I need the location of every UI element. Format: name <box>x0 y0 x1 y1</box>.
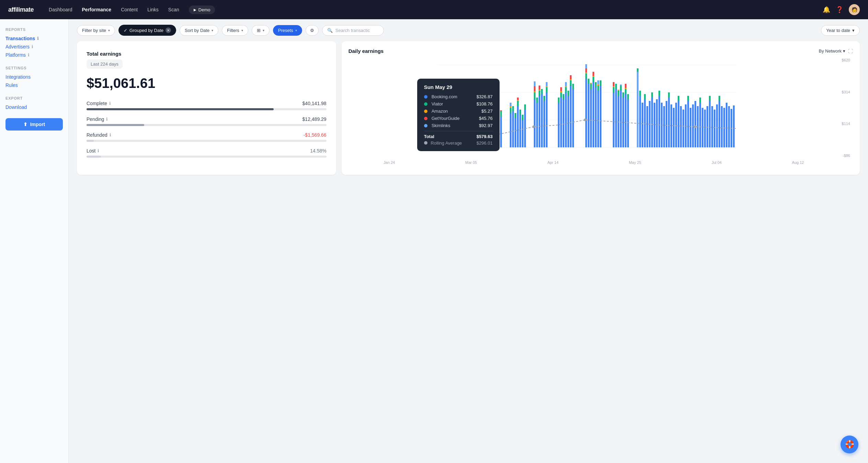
help-icon[interactable]: ❓ <box>836 6 843 13</box>
svg-rect-92 <box>543 96 545 101</box>
svg-rect-196 <box>704 110 706 147</box>
svg-rect-200 <box>711 106 713 147</box>
sidebar-item-advertisers[interactable]: Advertisers ℹ <box>5 43 63 51</box>
cards-row: Total earnings Last 224 days $51,061.61 … <box>77 41 860 175</box>
svg-rect-197 <box>706 106 708 147</box>
chart-card: Daily earnings By Network ▾ ⛶ Sun May 29 <box>342 41 860 175</box>
sort-by-date-button[interactable]: Sort by Date ▾ <box>180 25 218 36</box>
import-button[interactable]: ⬆ Import <box>5 118 63 131</box>
svg-rect-176 <box>665 101 667 147</box>
svg-rect-181 <box>675 103 677 147</box>
svg-rect-62 <box>510 106 511 108</box>
refunded-value: -$1,569.66 <box>304 132 327 138</box>
columns-icon: ⊞ <box>257 28 261 33</box>
svg-rect-190 <box>692 104 694 147</box>
svg-rect-180 <box>673 108 674 147</box>
nav-scan[interactable]: Scan <box>168 7 179 12</box>
svg-rect-132 <box>595 82 596 87</box>
svg-rect-108 <box>565 82 567 86</box>
presets-button[interactable]: Presets ▾ <box>273 25 302 36</box>
filters-button[interactable]: Filters ▾ <box>222 25 248 36</box>
nav-right-actions: 🔔 ❓ 🧑 <box>823 4 860 15</box>
columns-button[interactable]: ⊞ ▾ <box>252 25 270 36</box>
grouped-by-date-button[interactable]: ✓ Grouped by Date ✕ <box>118 25 176 36</box>
pending-metric: Pending ℹ $12,489.29 <box>87 116 327 126</box>
import-icon: ⬆ <box>23 122 27 127</box>
tooltip-booking: Booking.com $326.87 <box>424 94 493 99</box>
refunded-metric: Refunded ℹ -$1,569.66 <box>87 132 327 142</box>
pending-info-icon[interactable]: ℹ <box>106 117 108 122</box>
reports-section-label: REPORTS <box>5 27 63 32</box>
adjust-icon-button[interactable]: ⚙ <box>306 25 319 36</box>
nav-dashboard[interactable]: Dashboard <box>49 7 72 12</box>
lost-value: 14.58% <box>310 148 326 154</box>
svg-rect-91 <box>543 101 545 147</box>
by-network-button[interactable]: By Network ▾ <box>819 48 845 54</box>
svg-rect-71 <box>517 98 518 100</box>
top-navigation: affilimate Dashboard Performance Content… <box>0 0 868 19</box>
sidebar-item-rules[interactable]: Rules <box>5 81 63 89</box>
svg-rect-201 <box>713 110 715 147</box>
svg-rect-74 <box>522 120 523 147</box>
tooltip-skimlinks: Skimlinks $92.97 <box>424 123 493 128</box>
sort-chevron-icon: ▾ <box>212 29 213 32</box>
svg-rect-203 <box>718 101 720 147</box>
filter-site-chevron-icon: ▾ <box>108 29 110 32</box>
svg-rect-87 <box>538 90 540 91</box>
fullscreen-icon[interactable]: ⛶ <box>848 48 853 54</box>
svg-rect-61 <box>510 108 511 113</box>
nav-links[interactable]: Links <box>147 7 159 12</box>
refunded-info-icon[interactable]: ℹ <box>110 133 111 137</box>
svg-rect-189 <box>689 108 691 147</box>
svg-rect-172 <box>658 96 660 147</box>
nav-performance[interactable]: Performance <box>82 7 112 12</box>
transactions-info-icon[interactable]: ℹ <box>37 36 39 41</box>
svg-point-211 <box>532 125 535 128</box>
date-range-button[interactable]: Year to date ▾ <box>821 25 860 36</box>
pending-value: $12,489.29 <box>302 116 327 122</box>
demo-button[interactable]: Demo <box>189 5 215 14</box>
support-button[interactable]: 🛟 <box>841 436 858 453</box>
sidebar-item-integrations[interactable]: Integrations <box>5 73 63 81</box>
svg-rect-112 <box>570 80 571 86</box>
svg-rect-81 <box>534 86 535 91</box>
advertisers-info-icon[interactable]: ℹ <box>32 44 33 49</box>
chart-area: Sun May 29 Booking.com $326.87 Viator $1… <box>349 58 853 168</box>
grouped-by-date-close-icon[interactable]: ✕ <box>165 27 171 33</box>
svg-rect-163 <box>641 103 643 147</box>
sidebar-item-transactions[interactable]: Transactions ℹ <box>5 34 63 43</box>
bell-icon[interactable]: 🔔 <box>823 6 830 13</box>
tooltip-viator: Viator $108.76 <box>424 101 493 106</box>
tooltip-amazon: Amazon $5.27 <box>424 109 493 114</box>
sidebar-item-platforms[interactable]: Platforms ℹ <box>5 51 63 59</box>
svg-rect-101 <box>560 91 562 92</box>
svg-rect-116 <box>572 84 574 89</box>
svg-rect-144 <box>615 84 617 89</box>
svg-rect-124 <box>590 89 592 147</box>
chart-controls: By Network ▾ ⛶ <box>819 48 853 54</box>
svg-rect-162 <box>639 91 641 96</box>
svg-rect-82 <box>534 81 535 86</box>
lost-info-icon[interactable]: ℹ <box>98 148 99 153</box>
svg-rect-123 <box>587 79 589 84</box>
avatar[interactable]: 🧑 <box>849 4 860 15</box>
svg-rect-202 <box>716 104 718 147</box>
svg-rect-68 <box>517 106 518 147</box>
presets-chevron-icon: ▾ <box>295 29 297 32</box>
complete-info-icon[interactable]: ℹ <box>109 101 111 106</box>
sidebar: REPORTS Transactions ℹ Advertisers ℹ Pla… <box>0 19 69 463</box>
filter-by-site-button[interactable]: Filter by site ▾ <box>77 25 115 36</box>
nav-content[interactable]: Content <box>121 7 138 12</box>
main-content: Filter by site ▾ ✓ Grouped by Date ✕ Sor… <box>69 19 868 463</box>
earnings-card-title: Total earnings <box>87 51 327 57</box>
platforms-info-icon[interactable]: ℹ <box>28 53 30 57</box>
svg-rect-67 <box>514 113 516 118</box>
svg-rect-161 <box>639 96 641 147</box>
svg-rect-153 <box>625 94 626 147</box>
pending-progress-fill <box>87 124 144 126</box>
svg-rect-95 <box>546 86 547 87</box>
svg-rect-84 <box>536 98 538 103</box>
sidebar-item-download[interactable]: Download <box>5 103 63 111</box>
svg-rect-186 <box>685 104 686 147</box>
svg-rect-98 <box>558 98 559 103</box>
